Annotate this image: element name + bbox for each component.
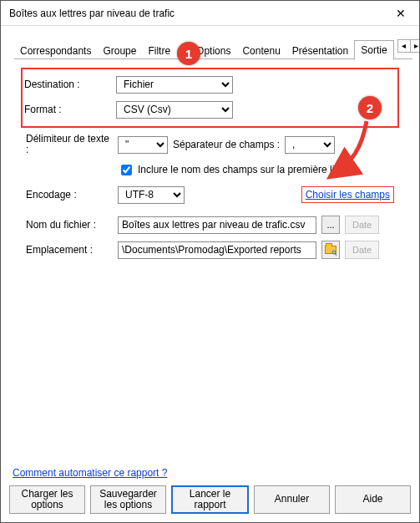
automate-link[interactable]: Comment automatiser ce rapport ? xyxy=(13,467,167,479)
delimiter-label: Délimiteur de texte : xyxy=(26,134,118,155)
separator-label: Séparateur de champs : xyxy=(173,139,280,150)
callout-1: 1 xyxy=(177,42,200,65)
cancel-button[interactable]: Annuler xyxy=(254,485,330,514)
include-header-label: Inclure le nom des champs sur la premièr… xyxy=(138,164,354,175)
tab-strip: Correspondants Groupe Filtre Options Con… xyxy=(1,26,419,59)
format-label: Format : xyxy=(24,104,116,115)
title-bar: Boîtes aux lettres par niveau de trafic … xyxy=(1,1,419,26)
tab-contenu[interactable]: Contenu xyxy=(236,42,286,60)
format-select[interactable]: CSV (Csv) xyxy=(116,101,233,119)
separator-select[interactable]: , xyxy=(285,136,335,154)
include-header-checkbox[interactable]: Inclure le nom des champs sur la premièr… xyxy=(118,162,354,178)
highlight-box-1: Destination : Fichier Format : CSV (Csv) xyxy=(21,68,399,128)
encoding-select[interactable]: UTF-8 xyxy=(118,186,185,204)
tab-sortie[interactable]: Sortie xyxy=(354,40,393,60)
button-bar: Charger les options Sauvegarder les opti… xyxy=(1,479,419,522)
location-browse-button[interactable] xyxy=(321,241,340,259)
tab-correspondants[interactable]: Correspondants xyxy=(14,42,97,60)
tab-scroll[interactable]: ◂ ▸ xyxy=(397,39,420,53)
close-icon: ✕ xyxy=(396,7,406,20)
run-report-button[interactable]: Lancer le rapport xyxy=(171,485,249,514)
load-options-button[interactable]: Charger les options xyxy=(9,485,85,514)
callout-2: 2 xyxy=(358,96,382,119)
location-date-button: Date xyxy=(345,241,379,259)
filename-browse-button[interactable]: ... xyxy=(321,216,340,234)
chevron-left-icon[interactable]: ◂ xyxy=(398,40,410,52)
delimiter-select[interactable]: " xyxy=(118,136,168,154)
choose-fields-link[interactable]: Choisir les champs xyxy=(301,186,394,203)
encoding-label: Encodage : xyxy=(26,189,118,201)
filename-date-button: Date xyxy=(345,216,379,234)
filename-label: Nom du fichier : xyxy=(26,219,118,231)
search-icon xyxy=(332,251,337,255)
tab-groupe[interactable]: Groupe xyxy=(97,42,142,60)
close-button[interactable]: ✕ xyxy=(382,1,419,26)
help-button[interactable]: Aide xyxy=(335,485,411,514)
filename-input[interactable] xyxy=(118,216,316,234)
location-input[interactable] xyxy=(118,241,316,259)
chevron-right-icon[interactable]: ▸ xyxy=(410,40,420,52)
form-panel: Destination : Fichier Format : CSV (Csv)… xyxy=(1,59,419,262)
destination-label: Destination : xyxy=(24,79,116,90)
include-header-input[interactable] xyxy=(121,165,132,175)
tab-presentation[interactable]: Présentation xyxy=(286,42,354,60)
location-label: Emplacement : xyxy=(26,244,118,256)
destination-select[interactable]: Fichier xyxy=(116,76,233,94)
window-title: Boîtes aux lettres par niveau de trafic xyxy=(9,8,382,19)
save-options-button[interactable]: Sauvegarder les options xyxy=(90,485,166,514)
